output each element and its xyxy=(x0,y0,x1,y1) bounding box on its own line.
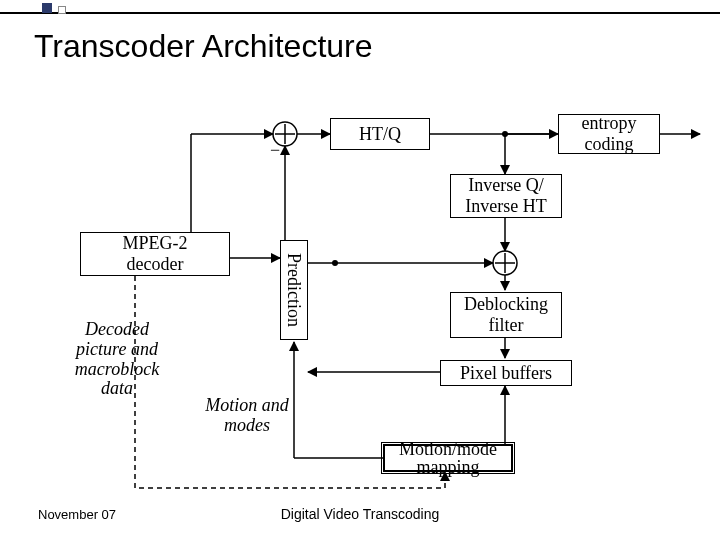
motion-and-modes-label: Motion and modes xyxy=(192,396,302,436)
deblocking-filter-block: Deblocking filter xyxy=(450,292,562,338)
svg-text:−: − xyxy=(270,140,280,160)
motion-mode-mapping-block: Motion/mode mapping xyxy=(383,444,513,472)
svg-point-20 xyxy=(332,260,338,266)
prediction-label: Prediction xyxy=(284,253,305,327)
mpeg2-decoder-block: MPEG-2 decoder xyxy=(80,232,230,276)
decoded-data-label: Decoded picture and macroblock data xyxy=(52,320,182,399)
entropy-coding-block: entropy coding xyxy=(558,114,660,154)
motion-mode-mapping-label: Motion/mode mapping xyxy=(399,440,497,476)
inverse-q-ht-block: Inverse Q/ Inverse HT xyxy=(450,174,562,218)
prediction-block: Prediction xyxy=(280,240,308,340)
htq-block: HT/Q xyxy=(330,118,430,150)
pixel-buffers-block: Pixel buffers xyxy=(440,360,572,386)
footer-subtitle: Digital Video Transcoding xyxy=(0,506,720,522)
